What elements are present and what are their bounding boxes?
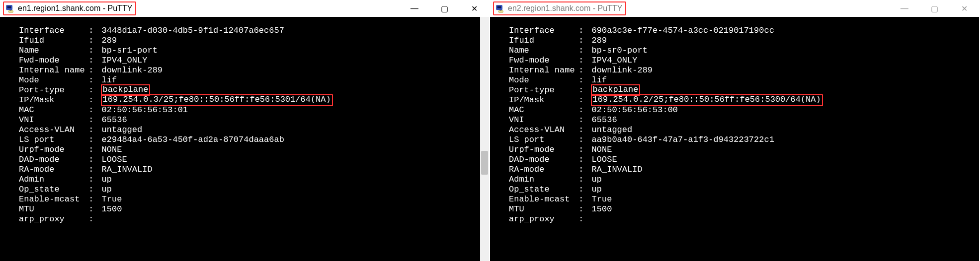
separator-colon: : [573,115,589,125]
output-row: Internal name : downlink-289 [19,65,489,75]
property-value: NONE [102,145,122,155]
property-label: DAD-mode [509,155,573,165]
output-row: VNI : 65536 [19,115,489,125]
output-row: DAD-mode : LOOSE [509,155,979,165]
separator-colon: : [573,85,589,95]
title-highlight-box: en1.region1.shank.com - PuTTY [3,1,136,15]
property-label: Op_state [19,185,83,195]
property-label: RA-mode [509,165,573,175]
output-row: IP/Mask : 169.254.0.2/25;fe80::50:56ff:f… [509,95,979,105]
output-row: Port-type : backplane [19,85,489,95]
separator-colon: : [573,195,589,204]
output-row: Enable-mcast : True [509,195,979,204]
svg-rect-5 [497,6,501,9]
output-row: Urpf-mode : NONE [19,145,489,155]
property-label: Urpf-mode [509,145,573,155]
output-row: Enable-mcast : True [19,195,489,204]
property-value: e29484a4-6a53-450f-ad2a-87074daaa6ab [102,135,284,145]
property-value: downlink-289 [592,65,653,75]
property-label: arp_proxy [509,214,573,224]
title-highlight-box: en2.region1.shank.com - PuTTY [493,1,626,15]
property-value: lif [102,75,117,85]
property-value: 65536 [592,115,617,125]
terminal[interactable]: Interface : 690a3c3e-f77e-4574-a3cc-0219… [490,17,979,261]
putty-icon [5,3,15,13]
maximize-button[interactable]: ▢ [429,0,459,17]
property-value: NONE [592,145,612,155]
output-row: Mode : lif [509,75,979,85]
output-row: DAD-mode : LOOSE [19,155,489,165]
output-row: Internal name : downlink-289 [509,65,979,75]
property-label: Port-type [19,85,83,95]
output-row: Name : bp-sr0-port [509,46,979,56]
window-title: en2.region1.shank.com - PuTTY [508,4,622,13]
ip-mask-highlight: 169.254.0.3/25;fe80::50:56ff:fe56:5301/6… [101,94,333,106]
separator-colon: : [573,95,589,105]
window-controls: —▢✕ [400,0,489,17]
property-value: 1500 [592,204,612,214]
property-label: MTU [509,204,573,214]
property-value: lif [592,75,607,85]
separator-colon: : [573,56,589,65]
property-label: Ifuid [19,36,83,46]
output-row: Access-VLAN : untagged [509,125,979,135]
separator-colon: : [83,46,99,56]
property-label: Port-type [509,85,573,95]
minimize-button[interactable]: — [890,0,919,17]
separator-colon: : [83,65,99,75]
output-row: Admin : up [509,175,979,185]
property-label: Internal name [19,65,83,75]
maximize-button[interactable]: ▢ [919,0,949,17]
output-row: Mode : lif [19,75,489,85]
property-value: 02:50:56:56:53:01 [102,105,188,115]
terminal[interactable]: Interface : 3448d1a7-d030-4db5-9f1d-1240… [0,17,489,261]
property-value: True [592,195,612,204]
titlebar[interactable]: en2.region1.shank.com - PuTTY—▢✕ [490,0,979,17]
output-row: arp_proxy : [19,214,489,224]
property-value: up [102,185,112,195]
property-label: Fwd-mode [19,56,83,65]
property-value: 289 [102,36,117,46]
title-left: en1.region1.shank.com - PuTTY [3,1,136,15]
property-label: Interface [509,26,573,36]
separator-colon: : [83,115,99,125]
output-row: Op_state : up [19,185,489,195]
separator-colon: : [83,105,99,115]
property-label: Op_state [509,185,573,195]
close-button[interactable]: ✕ [459,0,489,17]
property-value: True [102,195,122,204]
property-label: Access-VLAN [509,125,573,135]
scrollbar[interactable] [480,17,489,261]
property-label: Name [509,46,573,56]
output-row: Interface : 690a3c3e-f77e-4574-a3cc-0219… [509,26,979,36]
output-row: Ifuid : 289 [509,36,979,46]
separator-colon: : [573,185,589,195]
property-label: Name [19,46,83,56]
property-value: LOOSE [102,155,127,165]
property-value: RA_INVALID [102,165,153,175]
output-row: Fwd-mode : IPV4_ONLY [509,56,979,65]
property-label: LS port [509,135,573,145]
separator-colon: : [83,155,99,165]
property-value: IPV4_ONLY [102,56,148,65]
titlebar[interactable]: en1.region1.shank.com - PuTTY—▢✕ [0,0,489,17]
property-value: bp-sr1-port [102,46,158,56]
separator-colon: : [83,56,99,65]
separator-colon: : [83,75,99,85]
output-row: Fwd-mode : IPV4_ONLY [19,56,489,65]
property-label: Fwd-mode [509,56,573,65]
minimize-button[interactable]: — [400,0,429,17]
property-label: MAC [19,105,83,115]
separator-colon: : [573,175,589,185]
separator-colon: : [83,214,99,224]
separator-colon: : [573,65,589,75]
property-value: 690a3c3e-f77e-4574-a3cc-0219017190cc [592,26,774,36]
separator-colon: : [83,26,99,36]
separator-colon: : [573,75,589,85]
putty-window-0: en1.region1.shank.com - PuTTY—▢✕Interfac… [0,0,490,261]
close-button[interactable]: ✕ [949,0,979,17]
property-value: IPV4_ONLY [592,56,638,65]
property-label: Ifuid [509,36,573,46]
property-label: Urpf-mode [19,145,83,155]
scrollbar-thumb[interactable] [481,151,488,175]
